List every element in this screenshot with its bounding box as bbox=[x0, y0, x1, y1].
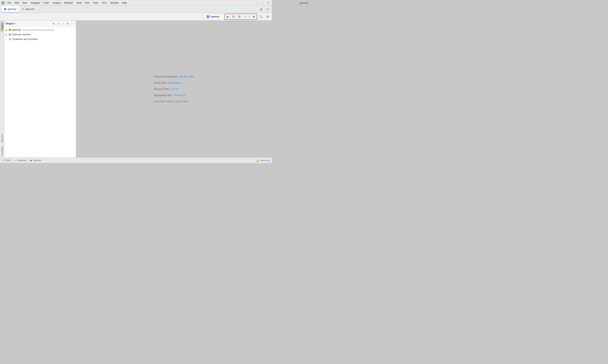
panel-settings-button[interactable]: ⚙ bbox=[66, 22, 70, 26]
tab-gateway-icon bbox=[4, 8, 7, 11]
run-config-icon bbox=[207, 15, 209, 18]
menu-tools[interactable]: Tools bbox=[91, 1, 100, 5]
project-panel: Project ▼ ⊞ ≡ ≡ ⚙ — ▶ gateway bbox=[4, 21, 76, 157]
svg-line-11 bbox=[233, 16, 233, 16]
editor-area: Search Everywhere Double Shift Go to Fil… bbox=[76, 21, 272, 157]
settings-button[interactable]: ⚙ bbox=[265, 14, 270, 19]
title-bar-left: File Edit View Navigate Code Analyze Ref… bbox=[1, 1, 128, 5]
todo-icon: ≡ bbox=[2, 159, 4, 162]
menu-refactor[interactable]: Refactor bbox=[63, 1, 75, 5]
svg-point-2 bbox=[2, 3, 3, 4]
profile-button[interactable] bbox=[243, 14, 248, 19]
project-panel-actions: ⊞ ≡ ≡ ⚙ — bbox=[52, 22, 74, 26]
tab-bar: gateway m pom.xml ↺ bbox=[0, 6, 272, 13]
tree-label-gateway: gateway bbox=[13, 28, 21, 31]
hint-search-everywhere: Search Everywhere Double Shift bbox=[154, 75, 194, 78]
search-everywhere-button[interactable]: 🔍 bbox=[258, 14, 264, 19]
hide-panel-button[interactable]: — bbox=[70, 22, 74, 26]
menu-edit[interactable]: Edit bbox=[13, 1, 20, 5]
svg-line-12 bbox=[235, 16, 235, 16]
project-side-tab[interactable]: Project bbox=[0, 21, 4, 32]
scroll-from-source-button[interactable]: ⊞ bbox=[52, 22, 56, 26]
menu-code[interactable]: Code bbox=[42, 1, 51, 5]
action-buttons-group: ▶ ▼ bbox=[224, 13, 257, 20]
tab-pom-icon: m bbox=[22, 8, 24, 11]
status-bar: ≡ TODO ⚠ Problems ▶ Terminal 🔔 Event Log bbox=[0, 157, 272, 163]
hint-go-to-file-static: Go to File bbox=[154, 81, 166, 84]
menu-analyze[interactable]: Analyze bbox=[51, 1, 62, 5]
left-side-tabs: Project Structure Favorites bbox=[0, 21, 4, 157]
editor-hints: Search Everywhere Double Shift Go to Fil… bbox=[154, 75, 194, 103]
status-problems[interactable]: ⚠ Problems bbox=[14, 159, 27, 162]
project-dropdown-icon: ▼ bbox=[14, 23, 16, 25]
title-bar: File Edit View Navigate Code Analyze Ref… bbox=[0, 0, 272, 6]
favorites-side-tab[interactable]: Favorites bbox=[0, 145, 4, 157]
minimize-button[interactable]: ─ bbox=[255, 1, 260, 4]
maximize-button[interactable]: □ bbox=[260, 1, 265, 4]
debug-button[interactable] bbox=[231, 14, 236, 19]
hint-go-to-file: Go to File Ctrl+Shift+R bbox=[154, 81, 182, 84]
status-event-log[interactable]: 🔔 Event Log bbox=[255, 159, 270, 162]
hint-search-everywhere-static: Search Everywhere bbox=[154, 75, 178, 78]
tree-item-gateway[interactable]: ▶ gateway D:\program\IdeaProjects\gatewa… bbox=[4, 27, 76, 32]
tree-label-libraries: External Libraries bbox=[13, 33, 30, 36]
hint-drop-files-static: Drop files here to open them bbox=[154, 100, 188, 103]
tree-item-scratches[interactable]: ▶ Scratches and Consoles bbox=[4, 37, 76, 41]
menu-run[interactable]: Run bbox=[84, 1, 91, 5]
menu-navigate[interactable]: Navigate bbox=[29, 1, 41, 5]
svg-point-3 bbox=[3, 3, 4, 4]
hint-recent-files: Recent Files Ctrl+E bbox=[154, 88, 178, 91]
terminal-label: Terminal bbox=[33, 159, 41, 162]
sort-button[interactable]: ≡ bbox=[61, 22, 65, 26]
toolbar-right: Gateway ▼ ▶ bbox=[205, 13, 270, 20]
window-controls: ─ □ ✕ bbox=[255, 1, 270, 4]
hint-navigation-bar: Navigation Bar Alt+Home bbox=[154, 94, 185, 97]
svg-point-9 bbox=[233, 16, 234, 17]
project-tree: ▶ gateway D:\program\IdeaProjects\gatewa… bbox=[4, 27, 76, 157]
menu-view[interactable]: View bbox=[21, 1, 29, 5]
status-todo[interactable]: ≡ TODO bbox=[1, 159, 12, 162]
hint-navigation-bar-static: Navigation Bar bbox=[154, 94, 172, 97]
tree-path-gateway: D:\program\IdeaProjects\gateway bbox=[23, 29, 54, 31]
svg-rect-15 bbox=[10, 34, 10, 35]
structure-side-tab[interactable]: Structure bbox=[0, 132, 4, 144]
collapse-all-button[interactable]: ≡ bbox=[56, 22, 60, 26]
tab-pom[interactable]: m pom.xml bbox=[19, 6, 37, 13]
expand-arrow-gateway[interactable]: ▶ bbox=[5, 28, 8, 31]
run-configuration-selector[interactable]: Gateway ▼ bbox=[205, 14, 223, 19]
app-icon bbox=[1, 1, 5, 4]
coverage-button[interactable] bbox=[237, 14, 242, 19]
expand-arrow-libraries[interactable]: ▶ bbox=[5, 33, 8, 36]
user-avatar-button[interactable] bbox=[259, 7, 264, 12]
run-config-label: Gateway bbox=[210, 15, 219, 18]
svg-point-1 bbox=[3, 2, 4, 3]
scratch-icon bbox=[9, 38, 12, 41]
hint-recent-files-key: Ctrl+E bbox=[171, 88, 178, 91]
close-button[interactable]: ✕ bbox=[266, 1, 270, 4]
todo-label: TODO bbox=[4, 159, 11, 162]
hint-search-everywhere-key: Double Shift bbox=[179, 75, 194, 78]
problems-icon: ⚠ bbox=[14, 159, 17, 162]
hint-recent-files-static: Recent Files bbox=[154, 88, 169, 91]
vcs-icon-button[interactable]: ↺ bbox=[265, 7, 270, 12]
svg-point-0 bbox=[2, 2, 3, 3]
menu-vcs[interactable]: VCS bbox=[100, 1, 108, 5]
action-dropdown-icon[interactable]: ▼ bbox=[248, 16, 251, 17]
stop-button[interactable]: ■ bbox=[251, 14, 257, 19]
hint-go-to-file-key: Ctrl+Shift+R bbox=[167, 81, 182, 84]
run-button[interactable]: ▶ bbox=[225, 14, 231, 19]
status-terminal[interactable]: ▶ Terminal bbox=[29, 159, 42, 162]
menu-help[interactable]: Help bbox=[120, 1, 128, 5]
tab-pom-label: pom.xml bbox=[26, 8, 34, 11]
menu-build[interactable]: Build bbox=[75, 1, 83, 5]
project-panel-title[interactable]: Project ▼ bbox=[6, 22, 16, 25]
tab-gateway[interactable]: gateway bbox=[1, 6, 19, 13]
menu-file[interactable]: File bbox=[6, 1, 13, 5]
project-label: Project bbox=[6, 22, 14, 25]
tab-bar-right: ↺ bbox=[259, 7, 270, 12]
status-bar-left: ≡ TODO ⚠ Problems ▶ Terminal bbox=[1, 159, 42, 162]
menu-window[interactable]: Window bbox=[109, 1, 120, 5]
problems-label: Problems bbox=[17, 159, 27, 162]
status-bar-right: 🔔 Event Log bbox=[255, 159, 270, 162]
tree-item-external-libraries[interactable]: ▶ External Libraries bbox=[4, 32, 76, 37]
